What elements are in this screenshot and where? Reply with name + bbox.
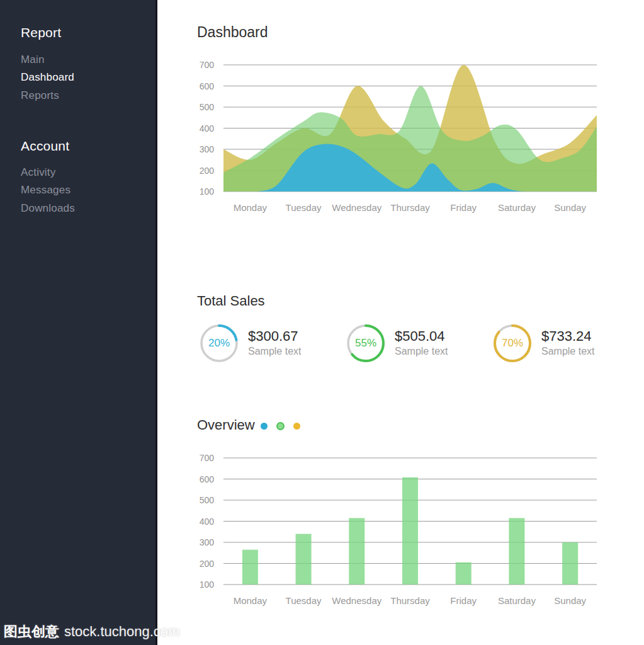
sidebar-item-downloads[interactable]: Downloads — [21, 202, 75, 215]
bar-wednesday — [349, 518, 364, 585]
sidebar-section-report: Report — [21, 25, 61, 40]
sales-amount: $733.24 — [541, 328, 594, 345]
svg-text:Monday: Monday — [234, 202, 268, 213]
ring-percent-label: 55% — [346, 323, 386, 363]
svg-text:Friday: Friday — [450, 595, 477, 606]
svg-text:200: 200 — [200, 559, 215, 569]
svg-text:Thursday: Thursday — [390, 595, 430, 606]
stock-watermark: 图虫创意stock.tuchong.com — [4, 622, 179, 641]
green-area — [223, 86, 597, 192]
dashboard-page: Report Main Dashboard Reports Account Ac… — [0, 0, 644, 645]
sales-caption: Sample text — [395, 345, 448, 358]
bar-sunday — [562, 542, 578, 585]
bar-tuesday — [296, 534, 312, 585]
svg-text:Thursday: Thursday — [390, 202, 430, 213]
sidebar-item-reports[interactable]: Reports — [21, 89, 59, 102]
sidebar: Report Main Dashboard Reports Account Ac… — [0, 0, 157, 645]
progress-ring-20: 20% — [199, 323, 239, 363]
bar-friday — [456, 562, 472, 585]
legend-blue-dot — [261, 423, 268, 430]
svg-text:700: 700 — [200, 453, 215, 463]
svg-text:Sunday: Sunday — [554, 202, 586, 213]
sales-caption: Sample text — [541, 345, 594, 358]
svg-text:500: 500 — [200, 495, 215, 505]
svg-text:Friday: Friday — [450, 202, 477, 213]
sidebar-section-account: Account — [21, 139, 69, 154]
svg-text:600: 600 — [200, 81, 215, 91]
svg-text:Wednesday: Wednesday — [332, 595, 381, 606]
legend-green-dot — [276, 422, 285, 430]
svg-text:500: 500 — [200, 102, 215, 112]
svg-text:700: 700 — [200, 60, 215, 70]
svg-text:100: 100 — [200, 186, 215, 197]
svg-text:400: 400 — [200, 123, 215, 134]
svg-text:400: 400 — [200, 517, 215, 527]
svg-text:100: 100 — [200, 579, 215, 590]
svg-text:200: 200 — [200, 166, 215, 176]
sales-card-3: 70% $733.24 Sample text — [492, 323, 594, 363]
svg-text:600: 600 — [200, 474, 215, 484]
overview-heading: Overview — [197, 417, 255, 433]
watermark-site: stock.tuchong.com — [64, 624, 179, 639]
watermark-cn: 图虫创意 — [4, 624, 59, 639]
sales-card-2: 55% $505.04 Sample text — [346, 323, 448, 363]
svg-text:Monday: Monday — [234, 595, 268, 606]
progress-ring-70: 70% — [492, 323, 533, 363]
svg-text:Saturday: Saturday — [498, 202, 536, 213]
bar-monday — [242, 550, 258, 585]
sidebar-item-activity[interactable]: Activity — [21, 166, 55, 179]
sidebar-item-dashboard[interactable]: Dashboard — [21, 71, 74, 84]
svg-text:Tuesday: Tuesday — [286, 202, 322, 213]
weekly-area-chart: 700600500400300200100MondayTuesdayWednes… — [189, 54, 604, 224]
progress-ring-55: 55% — [346, 323, 386, 363]
sales-caption: Sample text — [248, 345, 301, 358]
bar-saturday — [509, 518, 524, 585]
ring-percent-label: 20% — [199, 323, 239, 363]
svg-text:300: 300 — [200, 144, 215, 154]
svg-text:300: 300 — [200, 537, 215, 547]
total-sales-heading: Total Sales — [197, 293, 265, 309]
ring-percent-label: 70% — [492, 323, 533, 363]
svg-text:Saturday: Saturday — [498, 595, 536, 606]
overview-legend — [261, 422, 300, 430]
sales-card-1: 20% $300.67 Sample text — [199, 323, 301, 363]
svg-text:Wednesday: Wednesday — [332, 202, 381, 213]
sales-amount: $300.67 — [248, 328, 301, 345]
sales-amount: $505.04 — [395, 328, 448, 345]
page-title: Dashboard — [197, 24, 268, 41]
sidebar-item-messages[interactable]: Messages — [21, 184, 71, 197]
svg-text:Sunday: Sunday — [554, 595, 586, 606]
sidebar-item-main[interactable]: Main — [21, 54, 45, 66]
weekly-bar-chart: 700600500400300200100MondayTuesdayWednes… — [189, 445, 604, 615]
svg-text:Tuesday: Tuesday — [286, 595, 322, 606]
legend-yellow-dot — [293, 423, 300, 430]
bar-thursday — [402, 477, 418, 585]
